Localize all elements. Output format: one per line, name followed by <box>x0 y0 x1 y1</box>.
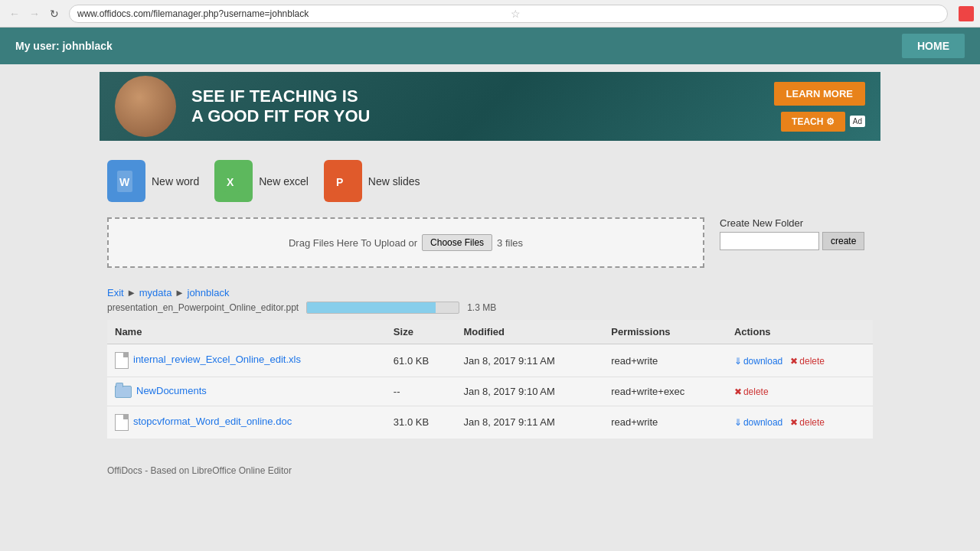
file-actions-cell: ⇓download✖delete <box>727 406 873 439</box>
learn-more-button[interactable]: LEARN MORE <box>774 82 865 106</box>
breadcrumb-area: Exit ► mydata ► johnblack presentation_e… <box>107 287 873 314</box>
slides-icon: P <box>324 160 362 202</box>
col-modified: Modified <box>456 320 604 344</box>
col-size: Size <box>386 320 456 344</box>
file-modified-cell: Jan 8, 2017 9:11 AM <box>456 406 604 439</box>
refresh-button[interactable]: ↻ <box>46 5 63 22</box>
file-permissions-cell: read+write+exec <box>603 377 727 406</box>
table-body: internal_review_Excel_Online_edit.xls61.… <box>107 344 873 439</box>
delete-icon: ✖ <box>790 356 798 367</box>
file-actions-cell: ✖delete <box>727 377 873 406</box>
file-actions-cell: ⇓download✖delete <box>727 344 873 377</box>
progress-filename: presentation_en_Powerpoint_Online_editor… <box>107 302 299 313</box>
browser-chrome: ← → ↻ www.offidocs.com/filemanager.php?u… <box>0 0 980 28</box>
ad-person-image <box>115 76 176 137</box>
upload-row: Drag Files Here To Upload or Choose File… <box>107 217 873 279</box>
progress-size: 1.3 MB <box>467 302 496 313</box>
table-header: Name Size Modified Permissions Actions <box>107 320 873 344</box>
file-size-cell: 61.0 KB <box>386 344 456 377</box>
file-name-cell: internal_review_Excel_Online_edit.xls <box>107 344 386 377</box>
folder-link[interactable]: NewDocuments <box>136 385 207 396</box>
choose-files-button[interactable]: Choose Files <box>422 234 492 251</box>
bookmark-icon[interactable]: ☆ <box>511 8 939 20</box>
footer: OffiDocs - Based on LibreOffice Online E… <box>0 450 980 491</box>
create-folder-section: Create New Folder create <box>720 217 873 250</box>
ad-buttons: LEARN MORE TEACH ⚙ Ad <box>774 82 865 132</box>
breadcrumb-username[interactable]: johnblack <box>188 287 230 298</box>
table-row: internal_review_Excel_Online_edit.xls61.… <box>107 344 873 377</box>
new-slides-button[interactable]: P New slides <box>324 160 420 202</box>
upload-area[interactable]: Drag Files Here To Upload or Choose File… <box>107 217 704 268</box>
delete-icon: ✖ <box>734 386 742 397</box>
progress-bar-fill <box>307 302 436 313</box>
create-folder-button[interactable]: create <box>822 232 864 250</box>
nav-buttons: ← → ↻ <box>6 5 63 22</box>
create-folder-input-row: create <box>720 232 873 250</box>
table-row: stopcvformat_Word_edit_online.doc31.0 KB… <box>107 406 873 439</box>
svg-text:X: X <box>227 176 234 188</box>
file-table: Name Size Modified Permissions Actions i… <box>107 320 873 439</box>
folder-icon <box>115 386 132 398</box>
progress-row: presentation_en_Powerpoint_Online_editor… <box>107 302 873 314</box>
main-content: W New word X New excel P New slides <box>0 148 980 450</box>
new-word-label: New word <box>152 175 199 187</box>
footer-text: OffiDocs - Based on LibreOffice Online E… <box>107 465 292 476</box>
file-link[interactable]: internal_review_Excel_Online_edit.xls <box>133 354 301 365</box>
breadcrumb-exit[interactable]: Exit <box>107 287 124 298</box>
excel-icon: X <box>214 160 253 202</box>
ad-text: SEE IF TEACHING IS A GOOD FIT FOR YOU <box>191 86 759 127</box>
svg-text:W: W <box>119 176 130 188</box>
delete-icon: ✖ <box>790 417 798 428</box>
file-size-cell: -- <box>386 377 456 406</box>
home-button[interactable]: HOME <box>902 34 965 58</box>
col-actions: Actions <box>727 320 873 344</box>
new-excel-label: New excel <box>259 175 309 187</box>
file-icon <box>115 352 129 369</box>
download-icon: ⇓ <box>734 356 742 367</box>
windows-icon <box>959 6 974 21</box>
file-modified-cell: Jan 8, 2017 9:11 AM <box>456 344 604 377</box>
create-folder-input[interactable] <box>720 232 819 250</box>
progress-bar <box>306 302 459 314</box>
delete-link[interactable]: ✖delete <box>790 417 825 428</box>
download-icon: ⇓ <box>734 417 742 428</box>
delete-link[interactable]: ✖delete <box>790 356 825 367</box>
breadcrumb-mydata[interactable]: mydata <box>139 287 172 298</box>
upload-section: Drag Files Here To Upload or Choose File… <box>107 217 704 279</box>
col-name: Name <box>107 320 386 344</box>
file-permissions-cell: read+write <box>603 344 727 377</box>
new-excel-button[interactable]: X New excel <box>214 160 309 202</box>
file-name-cell: stopcvformat_Word_edit_online.doc <box>107 406 386 439</box>
col-permissions: Permissions <box>603 320 727 344</box>
breadcrumb: Exit ► mydata ► johnblack <box>107 287 873 298</box>
file-permissions-cell: read+write <box>603 406 727 439</box>
file-modified-cell: Jan 8, 2017 9:10 AM <box>456 377 604 406</box>
word-icon: W <box>107 160 145 202</box>
table-row: NewDocuments--Jan 8, 2017 9:10 AMread+wr… <box>107 377 873 406</box>
header-bar: My user: johnblack HOME <box>0 28 980 64</box>
drag-text: Drag Files Here To Upload or <box>289 237 417 249</box>
file-link[interactable]: stopcvformat_Word_edit_online.doc <box>133 416 292 427</box>
download-link[interactable]: ⇓download <box>734 356 782 367</box>
file-icon <box>115 414 129 431</box>
file-size-cell: 31.0 KB <box>386 406 456 439</box>
teach-button[interactable]: TEACH ⚙ <box>781 112 845 132</box>
new-slides-label: New slides <box>368 175 420 187</box>
ad-banner: SEE IF TEACHING IS A GOOD FIT FOR YOU LE… <box>100 72 880 141</box>
new-word-button[interactable]: W New word <box>107 160 199 202</box>
files-count: 3 files <box>497 237 523 249</box>
address-bar[interactable]: www.offidocs.com/filemanager.php?usernam… <box>69 5 948 23</box>
user-label: My user: johnblack <box>15 40 113 52</box>
ad-label: Ad <box>850 116 865 127</box>
forward-button[interactable]: → <box>26 5 43 22</box>
create-folder-label: Create New Folder <box>720 217 873 229</box>
download-link[interactable]: ⇓download <box>734 417 782 428</box>
url-text: www.offidocs.com/filemanager.php?usernam… <box>77 8 506 19</box>
file-name-cell: NewDocuments <box>107 377 386 406</box>
new-doc-buttons: W New word X New excel P New slides <box>107 160 873 202</box>
svg-text:P: P <box>336 176 343 188</box>
back-button[interactable]: ← <box>6 5 23 22</box>
delete-link[interactable]: ✖delete <box>734 386 769 397</box>
